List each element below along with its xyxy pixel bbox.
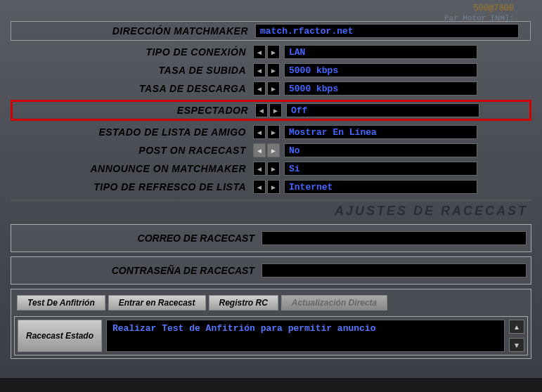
upload-prev-icon[interactable]: ◄ — [253, 63, 266, 77]
rc-pass-label: CONTRASEÑA DE RACECAST — [15, 265, 262, 276]
announce-value[interactable]: Sí — [284, 162, 477, 176]
rc-email-label: CORREO DE RACECAST — [15, 233, 262, 244]
download-value[interactable]: 5000 kbps — [284, 81, 477, 96]
conn-type-next-icon[interactable]: ► — [267, 45, 280, 59]
spectator-prev-icon[interactable]: ◄ — [255, 103, 268, 117]
status-label: Racecast Estado — [18, 320, 102, 352]
announce-label: ANNOUNCE ON MATCHMAKER — [11, 163, 253, 174]
friends-prev-icon[interactable]: ◄ — [253, 125, 266, 139]
footer-shadow — [0, 378, 542, 392]
bg-text-1: 500@7800 — [473, 4, 514, 13]
spectator-label: ESPECTADOR — [13, 105, 255, 116]
download-prev-icon[interactable]: ◄ — [253, 81, 266, 96]
racecast-post-value[interactable]: No — [284, 143, 477, 157]
racecast-post-next-icon[interactable]: ► — [267, 143, 280, 157]
refresh-next-icon[interactable]: ► — [267, 180, 280, 194]
refresh-value[interactable]: Internet — [284, 180, 477, 194]
status-scroll-down-icon[interactable]: ▼ — [509, 338, 524, 352]
racecast-section-title: AJUSTES DE RACECAST — [0, 204, 542, 218]
bg-text-2: Par Motor [NM]: — [444, 14, 514, 22]
spectator-next-icon[interactable]: ► — [269, 103, 282, 117]
enter-racecast-button[interactable]: Entrar en Racecast — [108, 295, 206, 311]
friends-value[interactable]: Mostrar En Línea — [284, 125, 477, 139]
conn-type-prev-icon[interactable]: ◄ — [253, 45, 266, 59]
friends-next-icon[interactable]: ► — [267, 125, 280, 139]
racecast-post-prev-icon[interactable]: ◄ — [253, 143, 266, 157]
matchmaker-value[interactable]: match.rfactor.net — [255, 24, 519, 38]
direct-update-button[interactable]: Actualización Directa — [281, 295, 387, 311]
divider — [11, 200, 531, 201]
rc-pass-input[interactable] — [262, 263, 527, 277]
announce-next-icon[interactable]: ► — [267, 162, 280, 176]
spectator-value[interactable]: Off — [286, 103, 479, 117]
refresh-prev-icon[interactable]: ◄ — [253, 180, 266, 194]
spectator-row-highlighted: ESPECTADOR ◄ ► Off — [11, 100, 531, 121]
refresh-label: TIPO DE REFRESCO DE LISTA — [11, 181, 253, 192]
status-text: Realizar Test de Anfitrión para permitir… — [106, 320, 505, 352]
racecast-post-label: POST ON RACECAST — [11, 145, 253, 156]
matchmaker-label: DIRECCIÓN MATCHMAKER — [13, 25, 255, 37]
download-label: TASA DE DESCARGA — [11, 83, 253, 94]
friends-label: ESTADO DE LISTA DE AMIGO — [11, 126, 253, 138]
rc-email-input[interactable] — [262, 231, 527, 245]
announce-prev-icon[interactable]: ◄ — [253, 162, 266, 176]
upload-label: TASA DE SUBIDA — [11, 65, 253, 76]
conn-type-value[interactable]: LAN — [284, 45, 477, 59]
conn-type-label: TIPO DE CONEXIÓN — [11, 46, 253, 58]
host-test-button[interactable]: Test De Anfitrión — [17, 295, 105, 311]
upload-value[interactable]: 5000 kbps — [284, 63, 477, 77]
status-scroll-up-icon[interactable]: ▲ — [509, 320, 524, 334]
upload-next-icon[interactable]: ► — [267, 63, 280, 77]
register-rc-button[interactable]: Registro RC — [209, 295, 278, 311]
download-next-icon[interactable]: ► — [267, 81, 280, 96]
